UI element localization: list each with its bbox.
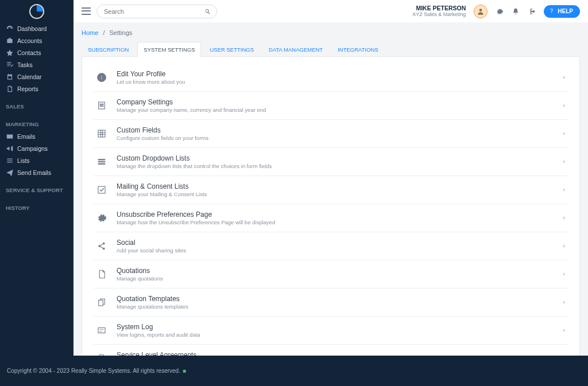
list-icon (6, 157, 14, 165)
settings-row-mailing-consent-lists[interactable]: Mailing & Consent ListsManage your Maili… (94, 176, 568, 204)
settings-row-quotation-templates[interactable]: Quotation TemplatesManage quotations tem… (94, 288, 568, 317)
settings-row-social[interactable]: SocialAdd your social sharing sites (94, 232, 568, 260)
menu-toggle-icon[interactable] (82, 7, 91, 16)
sidebar-item-lists[interactable]: Lists (0, 154, 74, 166)
check-icon (6, 61, 14, 69)
tab-integrations[interactable]: INTEGRATIONS (331, 42, 385, 57)
mail-icon (6, 132, 14, 141)
settings-row-unsubscribe-preferences-page[interactable]: Unsubscribe Preferences PageManage how t… (94, 204, 568, 232)
file-icon (94, 266, 110, 282)
tab-system-settings[interactable]: SYSTEM SETTINGS (137, 42, 201, 57)
doc-icon (6, 85, 14, 93)
sidebar-heading[interactable]: SALES (0, 100, 74, 112)
header: MIKE PETERSON XYZ Sales & Marketing HELP (74, 0, 588, 22)
sidebar-heading[interactable]: SERVICE & SUPPORT (0, 184, 74, 196)
chevron-right-icon (561, 102, 568, 109)
sidebar-item-tasks[interactable]: Tasks (0, 59, 74, 71)
breadcrumb: Home / Settings (74, 22, 588, 42)
settings-row-quotations[interactable]: QuotationsManage quotations (94, 260, 568, 288)
cal-icon (6, 73, 14, 81)
settings-icon[interactable] (496, 7, 504, 15)
copy-icon (94, 294, 110, 310)
sla-icon (94, 350, 110, 356)
sidebar-item-reports[interactable]: Reports (0, 83, 74, 95)
sidebar-item-send-emails[interactable]: Send Emails (0, 166, 74, 178)
chevron-right-icon (561, 299, 568, 306)
settings-row-service-level-agreements[interactable]: Service Level AgreementsManage your SLAs (94, 345, 568, 356)
logo[interactable] (0, 0, 74, 22)
bell-icon[interactable] (512, 7, 520, 15)
logout-icon[interactable] (528, 7, 536, 15)
breadcrumb-home[interactable]: Home (82, 29, 98, 36)
tab-subscription[interactable]: SUBSCRIPTION (82, 42, 135, 57)
chevron-right-icon (561, 271, 568, 278)
breadcrumb-current: Settings (110, 29, 133, 36)
chevron-right-icon (561, 158, 568, 165)
gauge-icon (6, 25, 14, 33)
send-icon (6, 169, 14, 177)
mega-icon (6, 145, 14, 153)
settings-row-custom-dropdown-lists[interactable]: Custom Dropdown ListsManage the dropdown… (94, 148, 568, 176)
user-sub: XYZ Sales & Marketing (412, 11, 466, 18)
settings-row-company-settings[interactable]: Company SettingsManage your company name… (94, 92, 568, 120)
user-name: MIKE PETERSON (412, 5, 466, 12)
sidebar-item-accounts[interactable]: Accounts (0, 34, 74, 46)
sidebar-heading[interactable]: HISTORY (0, 202, 74, 214)
settings-row-edit-your-profile[interactable]: Edit Your ProfileLet us know more about … (94, 64, 568, 92)
info-icon (94, 69, 110, 85)
sidebar-item-dashboard[interactable]: Dashboard (0, 22, 74, 34)
tab-user-settings[interactable]: USER SETTINGS (203, 42, 260, 57)
sidebar-item-calendar[interactable]: Calendar (0, 71, 74, 83)
chevron-right-icon (561, 243, 568, 249)
settings-row-custom-fields[interactable]: Custom FieldsConfigure custom fields on … (94, 120, 568, 148)
gears-icon (94, 210, 110, 226)
chevron-right-icon (561, 186, 568, 193)
star-icon (6, 49, 14, 57)
chevron-right-icon (561, 327, 568, 334)
help-button[interactable]: HELP (544, 5, 580, 18)
avatar[interactable] (474, 5, 488, 18)
chevron-right-icon (561, 215, 568, 221)
list-icon (94, 154, 110, 170)
chevron-right-icon (561, 130, 568, 137)
tab-data-management[interactable]: DATA MANAGEMENT (262, 42, 329, 57)
search-input[interactable] (96, 5, 217, 18)
checkbox-icon (94, 182, 110, 198)
user-block[interactable]: MIKE PETERSON XYZ Sales & Marketing (412, 5, 466, 18)
search-icon[interactable] (204, 7, 211, 15)
chevron-right-icon (561, 74, 568, 81)
grid-icon (94, 126, 110, 142)
sidebar: DashboardAccountsContactsTasksCalendarRe… (0, 0, 74, 386)
sidebar-item-campaigns[interactable]: Campaigns (0, 142, 74, 154)
log-icon (94, 322, 110, 338)
question-icon (548, 8, 555, 14)
case-icon (6, 37, 14, 45)
build-icon (94, 98, 110, 114)
sidebar-item-emails[interactable]: Emails (0, 130, 74, 142)
settings-row-system-log[interactable]: System LogView logins, reports and audit… (94, 317, 568, 345)
sidebar-item-contacts[interactable]: Contacts (0, 46, 74, 59)
sidebar-heading[interactable]: MARKETING (0, 118, 74, 130)
share-icon (94, 238, 110, 254)
footer: Copyright © 2004 - 2023 Really Simple Sy… (0, 356, 588, 386)
